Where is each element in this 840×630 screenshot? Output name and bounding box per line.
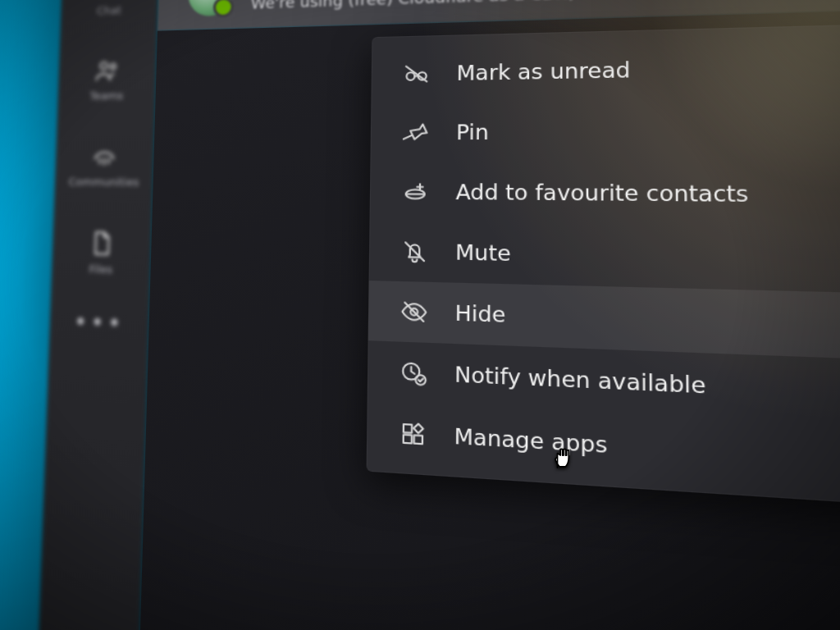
svg-rect-8 bbox=[414, 436, 422, 445]
menu-item-label: Notify when available bbox=[454, 363, 706, 399]
desktop-background: Chat Teams Communities Files bbox=[0, 0, 840, 630]
menu-item-add-favourite[interactable]: Add to favourite contacts bbox=[370, 162, 840, 229]
presence-badge-available bbox=[213, 0, 234, 17]
menu-item-mark-unread[interactable]: Mark as unread bbox=[371, 32, 840, 103]
nav-item-communities[interactable]: Communities bbox=[68, 142, 139, 189]
menu-item-label: Hide bbox=[455, 301, 506, 326]
svg-point-2 bbox=[407, 72, 415, 80]
nav-label: Files bbox=[89, 262, 112, 276]
menu-item-label: Add to favourite contacts bbox=[455, 180, 748, 207]
svg-point-0 bbox=[100, 62, 107, 70]
clock-check-icon bbox=[399, 358, 428, 387]
bell-slash-icon bbox=[400, 238, 429, 266]
glasses-slash-icon bbox=[403, 61, 431, 88]
context-menu: Mark as unread Pin Add to favourite cont… bbox=[367, 22, 840, 509]
menu-item-label: Manage apps bbox=[454, 424, 607, 458]
apps-grid-icon bbox=[399, 419, 427, 449]
pin-icon bbox=[402, 119, 430, 146]
communities-icon bbox=[90, 142, 119, 171]
menu-item-label: Mute bbox=[455, 240, 511, 265]
nav-label: Teams bbox=[89, 89, 123, 103]
svg-point-1 bbox=[110, 64, 116, 70]
bowl-plus-icon bbox=[401, 178, 429, 205]
app-window: Chat Teams Communities Files bbox=[32, 0, 840, 630]
svg-rect-7 bbox=[404, 424, 412, 432]
message-preview: We're using (free) Cloudflare as a CDN, bbox=[251, 0, 575, 11]
teams-icon bbox=[93, 56, 121, 84]
nav-label: Chat bbox=[97, 4, 121, 17]
nav-label: Communities bbox=[68, 176, 139, 189]
menu-item-label: Pin bbox=[456, 121, 489, 144]
nav-item-more[interactable]: ••• bbox=[73, 316, 125, 337]
chat-header-text: Kip Kniskern We're using (free) Cloudfla… bbox=[251, 0, 575, 11]
more-icon: ••• bbox=[73, 308, 125, 338]
menu-item-pin[interactable]: Pin bbox=[370, 97, 840, 162]
svg-rect-9 bbox=[404, 435, 412, 444]
eye-slash-icon bbox=[399, 298, 428, 326]
nav-rail: Chat Teams Communities Files bbox=[29, 0, 162, 630]
menu-item-label: Mark as unread bbox=[456, 58, 630, 85]
nav-item-chat[interactable]: Chat bbox=[95, 0, 124, 17]
avatar bbox=[188, 0, 233, 16]
files-icon bbox=[87, 229, 116, 258]
nav-item-teams[interactable]: Teams bbox=[89, 56, 125, 102]
nav-item-files[interactable]: Files bbox=[87, 229, 116, 276]
